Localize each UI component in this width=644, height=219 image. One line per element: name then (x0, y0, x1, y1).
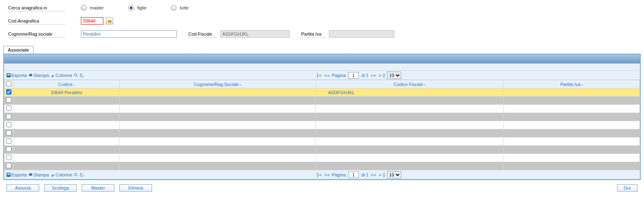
pager-bottom: ▐◀ ◀◀ Pagina di 1 ▶▶ ▶▐ 10 (316, 171, 402, 178)
row-checkbox[interactable] (6, 97, 11, 103)
svg-rect-2 (29, 75, 32, 76)
data-grid: Codice♦ Cognome/Rag.Sociale♦ Codice Fisc… (4, 80, 640, 170)
table-row[interactable] (4, 113, 640, 121)
grid-header-row: Codice♦ Cognome/Rag.Sociale♦ Codice Fisc… (4, 80, 640, 88)
row-checkbox[interactable] (6, 89, 11, 95)
svg-rect-1 (7, 74, 10, 75)
row-checkbox[interactable] (6, 114, 11, 119)
radio-tutte[interactable]: tutte (171, 5, 188, 11)
row-checkbox[interactable] (6, 138, 11, 144)
tab-associate[interactable]: Associate (3, 46, 34, 54)
pager-prev[interactable]: ◀◀ (324, 173, 329, 177)
table-row[interactable] (4, 154, 640, 162)
elimina-button[interactable]: Elimina (119, 184, 152, 192)
pager-of-label: di 1 (361, 73, 369, 78)
piva-input (329, 30, 394, 38)
refresh-icon (80, 73, 84, 77)
refresh-link[interactable] (80, 73, 84, 77)
grid-sub-band (4, 63, 640, 71)
grid-panel: Esporta Stampa Colonne ▐◀ ◀◀ Pagina di 1… (3, 54, 641, 180)
table-row[interactable] (4, 105, 640, 113)
search-icon (74, 173, 78, 177)
codfisc-input (220, 30, 290, 38)
col-cognome[interactable]: Cognome/Rag.Sociale♦ (120, 80, 316, 88)
select-all-checkbox[interactable] (6, 81, 11, 86)
table-row[interactable] (4, 97, 640, 105)
cognome-input[interactable] (81, 30, 177, 38)
row-checkbox[interactable] (6, 130, 11, 135)
radio-master[interactable]: master (81, 5, 104, 11)
table-row[interactable] (4, 146, 640, 154)
codfisc-label: Cod.Fiscale (188, 31, 217, 38)
grid-toolbar-bottom: Esporta Stampa Colonne ▐◀ ◀◀ Pagina di 1… (4, 170, 640, 179)
row-checkbox[interactable] (6, 147, 11, 152)
cognome-label: Cognome/Rag.sociale (8, 31, 65, 38)
radio-figlie[interactable]: figlie (128, 5, 147, 11)
export-link[interactable]: Esporta (7, 73, 27, 78)
col-piva[interactable]: Partita Iva♦ (504, 80, 640, 88)
pager-next[interactable]: ▶▶ (371, 73, 377, 77)
master-button[interactable]: Master (82, 184, 114, 192)
table-row[interactable]: 33649 PeraldiniASDFGHJKL (4, 88, 640, 97)
printer-icon (29, 173, 33, 177)
form-area: Cerca anagrafica in master figlie tutte … (0, 0, 644, 44)
radio-master-label: master (90, 5, 104, 10)
pager-size-select[interactable]: 10 (387, 72, 401, 79)
search-icon-link[interactable] (74, 73, 78, 77)
piva-label: Partita Iva (301, 31, 326, 38)
cell-piva (504, 88, 640, 97)
radio-icon (171, 5, 177, 11)
scollega-button[interactable]: Scollega (44, 184, 77, 192)
folder-arrow-icon (107, 19, 112, 23)
pager-prev[interactable]: ◀◀ (324, 73, 329, 77)
pager-first[interactable]: ▐◀ (316, 173, 321, 177)
lookup-button[interactable] (106, 17, 113, 25)
pager-last[interactable]: ▶▐ (379, 73, 385, 77)
columns-link[interactable]: Colonne (51, 172, 72, 177)
pager-top: ▐◀ ◀◀ Pagina di 1 ▶▶ ▶▐ 10 (316, 72, 402, 79)
refresh-icon (80, 173, 84, 177)
col-codice[interactable]: Codice♦ (13, 80, 120, 88)
col-codfisc[interactable]: Codice Fiscale♦ (316, 80, 504, 88)
table-row[interactable] (4, 129, 640, 138)
svg-rect-3 (30, 74, 31, 75)
pager-page-input[interactable] (348, 172, 359, 178)
columns-link[interactable]: Colonne (51, 73, 72, 78)
search-icon-link[interactable] (74, 173, 78, 177)
row-checkbox[interactable] (6, 155, 11, 160)
wrench-icon (51, 73, 55, 77)
table-row[interactable] (4, 138, 640, 146)
search-icon (74, 73, 78, 77)
svg-line-11 (76, 175, 78, 176)
disk-icon (7, 73, 11, 77)
export-link[interactable]: Esporta (7, 172, 27, 177)
disk-icon (7, 173, 11, 177)
table-row[interactable] (4, 162, 640, 170)
print-link[interactable]: Stampa (29, 172, 49, 177)
guida-button[interactable]: Gui (617, 184, 637, 192)
wrench-icon (51, 173, 55, 177)
grid-title-band (4, 54, 640, 63)
print-link[interactable]: Stampa (29, 73, 49, 78)
pager-page-input[interactable] (348, 72, 359, 79)
pager-first[interactable]: ▐◀ (316, 73, 321, 77)
associa-button[interactable]: Associa (7, 184, 39, 192)
row-checkbox[interactable] (6, 163, 11, 168)
cell-cognome (120, 88, 316, 97)
pager-size-select[interactable]: 10 (387, 171, 401, 178)
radio-icon (81, 5, 87, 11)
row-checkbox[interactable] (6, 122, 11, 127)
printer-icon (29, 73, 33, 77)
radio-figlie-label: figlie (137, 5, 147, 10)
refresh-link[interactable] (80, 173, 84, 177)
pager-next[interactable]: ▶▶ (371, 173, 377, 177)
svg-rect-7 (7, 174, 10, 175)
row-checkbox[interactable] (6, 106, 11, 111)
svg-line-5 (76, 76, 78, 77)
cod-anagrafica-label: Cod.Anagrafica (8, 18, 65, 25)
table-row[interactable] (4, 121, 640, 129)
action-bar: Associa Scollega Master Elimina Gui (0, 180, 644, 193)
search-in-label: Cerca anagrafica in (8, 5, 65, 11)
cod-anagrafica-input[interactable] (81, 17, 103, 25)
pager-last[interactable]: ▶▐ (379, 173, 385, 177)
